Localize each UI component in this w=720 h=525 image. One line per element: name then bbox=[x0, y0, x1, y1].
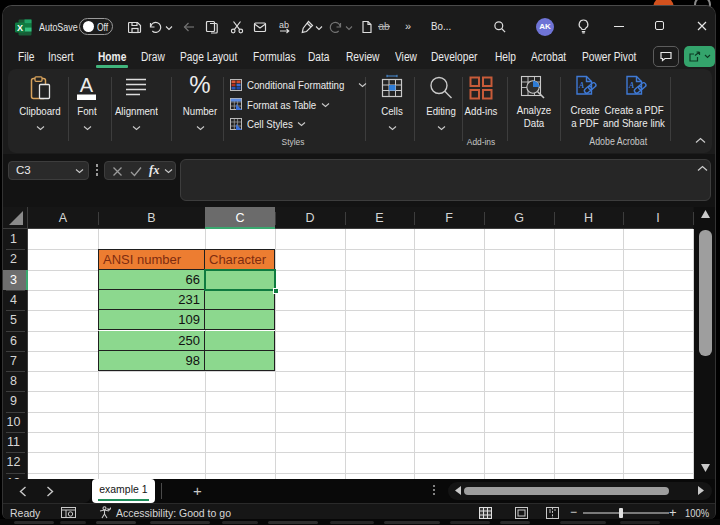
svg-text:A: A bbox=[80, 74, 94, 96]
svg-text:ab: ab bbox=[279, 20, 289, 30]
svg-text:A: A bbox=[628, 81, 635, 90]
svg-text:A: A bbox=[578, 81, 585, 90]
